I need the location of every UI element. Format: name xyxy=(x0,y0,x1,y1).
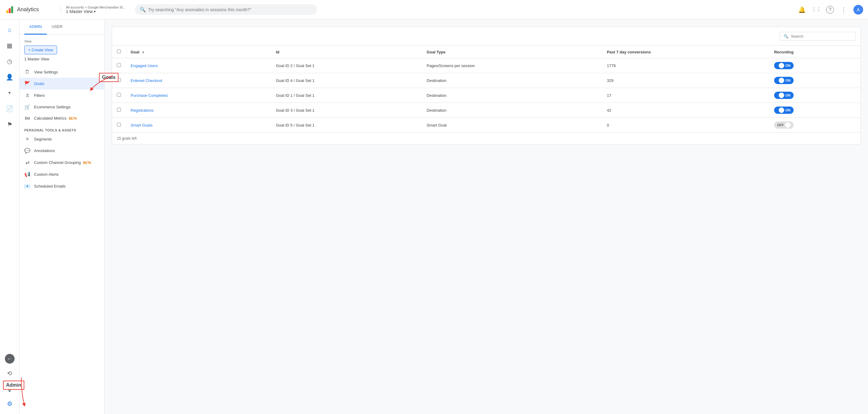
conversions-cell: 0 xyxy=(602,118,769,133)
acquisition-icon: ✦ xyxy=(8,90,11,96)
goal-name-cell: Entered Checkout xyxy=(126,73,271,88)
goal-name-link[interactable]: Engaged Users xyxy=(131,63,158,68)
goals-search-input[interactable] xyxy=(791,34,851,38)
sidebar-item-dashboard[interactable]: ▦ xyxy=(2,38,17,53)
goals-flag-icon: 🚩 xyxy=(24,81,30,87)
table-row: Engaged UsersGoal ID 2 / Goal Set 1Pages… xyxy=(112,58,860,73)
toggle-off-button[interactable]: OFF xyxy=(774,121,794,129)
admin-tabs: ADMIN USER xyxy=(20,20,104,35)
nav-annotations[interactable]: 💬 Annotations xyxy=(20,145,104,157)
recording-cell: OFF xyxy=(769,118,860,133)
clock-icon: ◷ xyxy=(7,58,12,65)
goal-name-link[interactable]: Entered Checkout xyxy=(131,78,162,83)
sidebar-item-admin[interactable]: ⚙ xyxy=(2,396,17,411)
sort-arrow-icon: ▼ xyxy=(142,51,145,54)
sidebar-item-conversions[interactable]: ⚑ xyxy=(2,117,17,132)
goal-type-cell: Pages/Screens per session xyxy=(422,58,602,73)
goal-name-link[interactable]: Smart Goals xyxy=(131,123,152,127)
recording-cell: ON xyxy=(769,88,860,103)
goals-search-icon: 🔍 xyxy=(783,34,788,38)
toggle-on-button[interactable]: ON xyxy=(774,62,794,69)
current-view-name: 1 Master View xyxy=(24,57,99,61)
goal-id-cell: Goal ID 4 / Goal Set 1 xyxy=(271,73,422,88)
sidebar-collapse-button[interactable]: ← xyxy=(5,354,14,363)
chevron-down-icon: ▾ xyxy=(94,9,96,14)
toggle-on-button[interactable]: ON xyxy=(774,106,794,114)
back-arrow-icon: ← xyxy=(7,356,12,361)
conversions-cell: 1779 xyxy=(602,58,769,73)
row-checkbox-4[interactable] xyxy=(117,123,121,127)
nav-calculated-metrics[interactable]: Dd Calculated Metrics BETA xyxy=(20,113,104,124)
more-button[interactable]: ⋮ xyxy=(839,5,848,14)
recording-cell: ON xyxy=(769,103,860,118)
recording-column-header: Recording xyxy=(769,46,860,58)
tab-admin[interactable]: ADMIN xyxy=(24,20,47,35)
goals-content: 🔍 Goal ▼ Id Goal Type xyxy=(104,20,868,414)
search-input[interactable] xyxy=(148,7,312,12)
conversions-cell: 42 xyxy=(602,103,769,118)
nav-custom-channel[interactable]: ⇄ Custom Channel Grouping BETA xyxy=(20,157,104,168)
view-settings-icon: 🗒 xyxy=(24,69,30,75)
account-name[interactable]: 1 Master View ▾ xyxy=(66,9,128,14)
goal-name-link[interactable]: Purchase Completed xyxy=(131,93,167,98)
annotations-icon: 💬 xyxy=(24,148,30,154)
select-all-checkbox[interactable] xyxy=(117,50,121,54)
nav-goals[interactable]: 🚩 Goals xyxy=(20,78,104,90)
goal-name-link[interactable]: Registrations xyxy=(131,108,154,113)
sidebar: ⌂ ▦ ◷ 👤 ✦ 📄 ⚑ ← ⟲ 💡 ⚙ xyxy=(0,20,20,414)
goal-name-cell: Purchase Completed xyxy=(126,88,271,103)
row-checkbox-3[interactable] xyxy=(117,108,121,112)
sidebar-item-acquisition[interactable]: ✦ xyxy=(2,86,17,100)
row-checkbox-cell xyxy=(112,88,126,103)
create-view-button[interactable]: + Create View xyxy=(24,45,57,54)
toggle-on-button[interactable]: ON xyxy=(774,92,794,99)
goals-search-box[interactable]: 🔍 xyxy=(780,32,856,41)
goals-table-header: 🔍 xyxy=(112,27,860,46)
search-box[interactable]: 🔍 xyxy=(135,4,317,15)
goal-name-cell: Smart Goals xyxy=(126,118,271,133)
goal-type-column-header: Goal Type xyxy=(422,46,602,58)
admin-annotation-box: Admin xyxy=(3,381,24,390)
sidebar-item-behavior[interactable]: 📄 xyxy=(2,101,17,116)
help-button[interactable]: ? xyxy=(826,6,834,14)
goals-footer: 15 goals left xyxy=(112,132,860,144)
sidebar-item-discover[interactable]: ⟲ xyxy=(2,366,17,381)
apps-grid-button[interactable]: ⋮⋮ xyxy=(811,5,821,14)
row-checkbox-0[interactable] xyxy=(117,63,121,67)
tab-user[interactable]: USER xyxy=(47,20,67,35)
table-row: Entered CheckoutGoal ID 4 / Goal Set 1De… xyxy=(112,73,860,88)
view-section: View + Create View 1 Master View xyxy=(20,35,104,66)
nav-scheduled-emails[interactable]: 📧 Scheduled Emails xyxy=(20,180,104,192)
account-selector[interactable]: All accounts > Google Merchandise St... … xyxy=(61,5,128,14)
scheduled-emails-icon: 📧 xyxy=(24,183,30,189)
table-row: Purchase CompletedGoal ID 1 / Goal Set 1… xyxy=(112,88,860,103)
behavior-icon: 📄 xyxy=(6,105,13,112)
logo-area: Analytics xyxy=(5,5,54,14)
row-checkbox-2[interactable] xyxy=(117,93,121,97)
user-avatar[interactable]: A xyxy=(854,5,863,14)
ecommerce-icon: 🛒 xyxy=(24,104,30,110)
sidebar-item-audience[interactable]: 👤 xyxy=(2,70,17,84)
analytics-logo-icon xyxy=(5,5,14,14)
nav-filters[interactable]: ⧖ Filters xyxy=(20,90,104,101)
filters-icon: ⧖ xyxy=(24,93,30,98)
nav-custom-alerts[interactable]: 📢 Custom Alerts xyxy=(20,168,104,180)
sidebar-item-home[interactable]: ⌂ xyxy=(2,23,17,37)
account-path: All accounts > Google Merchandise St... xyxy=(66,5,128,9)
svg-rect-1 xyxy=(9,8,11,13)
nav-ecommerce[interactable]: 🛒 Ecommerce Settings xyxy=(20,101,104,113)
nav-view-settings[interactable]: 🗒 View Settings xyxy=(20,66,104,78)
goal-id-cell: Goal ID 5 / Goal Set 1 xyxy=(271,118,422,133)
goals-panel: 🔍 Goal ▼ Id Goal Type xyxy=(112,27,861,145)
custom-channel-icon: ⇄ xyxy=(24,160,30,165)
toggle-on-button[interactable]: ON xyxy=(774,77,794,84)
row-checkbox-cell xyxy=(112,118,126,133)
beta-badge: BETA xyxy=(69,117,77,120)
goal-id-cell: Goal ID 1 / Goal Set 1 xyxy=(271,88,422,103)
conversions-cell: 329 xyxy=(602,73,769,88)
goal-type-cell: Destination xyxy=(422,103,602,118)
notifications-button[interactable]: 🔔 xyxy=(797,5,807,14)
row-checkbox-cell xyxy=(112,58,126,73)
nav-segments[interactable]: ≡ Segments xyxy=(20,133,104,145)
sidebar-item-realtime[interactable]: ◷ xyxy=(2,54,17,69)
